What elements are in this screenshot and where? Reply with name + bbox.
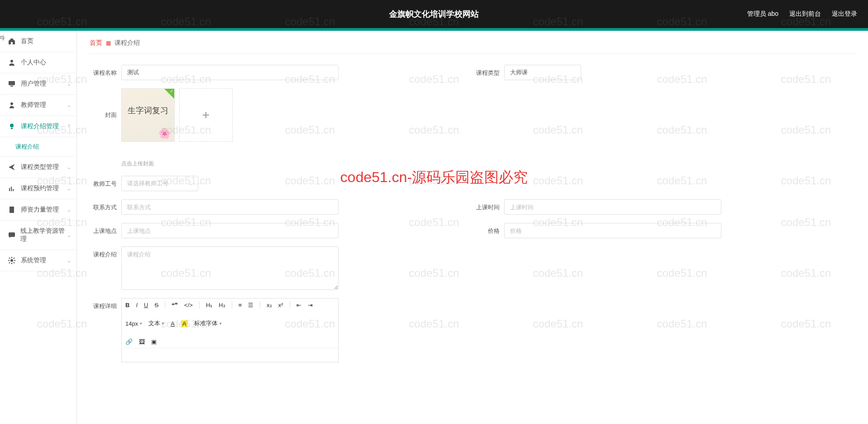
sidebar-label: 教师管理 [21, 101, 46, 109]
sidebar-sub-course-intro[interactable]: 课程介绍 [0, 137, 76, 157]
exit-to-front-link[interactable]: 退出到前台 [789, 10, 821, 18]
person-icon [8, 101, 16, 109]
chevron-down-icon: ⌄ [67, 186, 71, 192]
select-placeholder: 请选择教师工号 [127, 179, 189, 188]
sidebar-item-home[interactable]: 首页 [0, 31, 76, 52]
chat-icon [8, 231, 16, 239]
sidebar-item-profile[interactable]: 个人中心 [0, 52, 76, 73]
course-type-input[interactable] [504, 65, 581, 80]
class-place-input[interactable] [121, 223, 339, 238]
separator [232, 301, 232, 308]
sidebar-label: 个人中心 [21, 58, 46, 67]
strikethrough-button[interactable]: S [154, 302, 158, 308]
flower-decoration: 🌸 [158, 128, 171, 140]
sidebar-label: 首页 [21, 37, 33, 45]
separator [290, 301, 290, 308]
chevron-up-icon: ⌃ [67, 124, 71, 130]
user-icon [8, 59, 16, 66]
chevron-down-icon: ▾ [219, 321, 222, 326]
svg-point-4 [10, 124, 14, 127]
underline-button[interactable]: U [144, 302, 148, 308]
sidebar-item-course-intro-mgmt[interactable]: 课程介绍管理 ⌃ [0, 116, 76, 137]
outdent-button[interactable]: ⇤ [296, 302, 301, 308]
label-course-intro: 课程介绍 [90, 246, 117, 259]
sidebar-item-system-mgmt[interactable]: 系统管理 ⌄ [0, 250, 76, 271]
gear-icon [8, 257, 16, 264]
rich-text-editor: B I U S ❝❞ </> H₁ H₂ ≡ ☰ x₂ [121, 298, 339, 362]
video-button[interactable]: ▣ [151, 338, 157, 345]
separator [199, 301, 200, 308]
svg-rect-7 [11, 187, 12, 191]
admin-label[interactable]: 管理员 abo [747, 10, 778, 18]
cover-thumbnail[interactable]: ✓ 生字词复习 🌸 [121, 88, 175, 142]
subscript-button[interactable]: x₂ [267, 302, 272, 308]
label-teacher-id: 教师工号 [90, 176, 117, 188]
h1-button[interactable]: H₁ [206, 302, 212, 308]
chevron-down-icon: ⌄ [67, 232, 71, 238]
class-time-input[interactable] [504, 199, 721, 215]
price-input[interactable] [504, 223, 721, 238]
svg-rect-8 [13, 189, 14, 191]
sidebar-label: 用户管理 [21, 80, 46, 88]
course-name-input[interactable] [121, 65, 339, 80]
sidebar-label: 课程介绍管理 [21, 122, 59, 130]
site-title: 金旗帜文化培训学校网站 [389, 9, 479, 19]
thumb-text: 生字词复习 [128, 105, 168, 116]
logout-link[interactable]: 退出登录 [832, 10, 857, 18]
quote-button[interactable]: ❝❞ [172, 302, 178, 308]
label-course-name: 课程名称 [90, 65, 117, 77]
svg-rect-9 [10, 207, 14, 213]
course-intro-textarea[interactable] [121, 246, 339, 290]
bold-button[interactable]: B [125, 302, 129, 308]
label-class-place: 上课地点 [90, 223, 117, 235]
svg-point-3 [10, 102, 13, 105]
sidebar-label: 课程预约管理 [21, 184, 59, 193]
superscript-button[interactable]: x² [278, 302, 283, 308]
chevron-down-icon: ⌄ [189, 181, 192, 186]
h2-button[interactable]: H₂ [219, 302, 225, 308]
monitor-icon [8, 80, 16, 87]
chevron-down-icon: ⌄ [67, 164, 71, 170]
sidebar-label: 课程类型管理 [21, 163, 59, 171]
ordered-list-button[interactable]: ≡ [238, 302, 242, 308]
sidebar-item-course-type-mgmt[interactable]: 课程类型管理 ⌄ [0, 157, 76, 178]
font-color-button[interactable]: A [171, 320, 175, 327]
cover-hint: 点击上传封面 [121, 160, 233, 168]
font-size-dropdown[interactable]: 14px ▾ [125, 320, 142, 327]
sidebar-item-teacher-mgmt[interactable]: 教师管理 ⌄ [0, 95, 76, 116]
sidebar-label: 线上教学资源管理 [20, 227, 68, 243]
breadcrumb-home[interactable]: 首页 [90, 39, 102, 47]
indent-button[interactable]: ⇥ [308, 302, 313, 308]
sidebar-item-online-resource-mgmt[interactable]: 线上教学资源管理 ⌄ [0, 221, 76, 250]
sidebar-item-faculty-mgmt[interactable]: 师资力量管理 ⌄ [0, 199, 76, 221]
link-button[interactable]: 🔗 [125, 338, 133, 345]
svg-rect-10 [9, 232, 15, 237]
add-cover-button[interactable]: + [179, 88, 233, 142]
home-icon [8, 38, 16, 45]
svg-point-0 [10, 60, 13, 63]
grid-icon: ▦ [106, 40, 111, 46]
editor-content[interactable] [122, 348, 338, 362]
text-dropdown[interactable]: 文本 ▾ [148, 319, 164, 328]
svg-rect-2 [10, 86, 13, 87]
teacher-id-select[interactable]: 请选择教师工号 ⌄ [121, 176, 198, 191]
font-family-dropdown[interactable]: 标准字体 ▾ [194, 319, 222, 328]
bg-color-button[interactable]: A [181, 320, 188, 327]
plus-icon: + [202, 108, 210, 122]
chevron-down-icon: ⌄ [67, 102, 71, 108]
sidebar-nav: 首页 个人中心 用户管理 ⌄ 教师管理 ⌄ 课程介绍管理 [0, 31, 77, 424]
chevron-down-icon: ⌄ [67, 207, 71, 213]
image-button[interactable]: 🖼 [139, 338, 145, 345]
svg-point-11 [10, 259, 13, 262]
send-icon [8, 164, 16, 171]
main-content: 首页 ▦ 课程介绍 课程名称 课程类型 封面 ✓ [77, 31, 868, 424]
chevron-down-icon: ⌄ [67, 258, 71, 264]
chevron-down-icon: ▾ [162, 321, 164, 326]
italic-button[interactable]: I [136, 302, 138, 308]
contact-input[interactable] [121, 199, 339, 215]
unordered-list-button[interactable]: ☰ [248, 302, 253, 308]
sidebar-item-user-mgmt[interactable]: 用户管理 ⌄ [0, 73, 76, 95]
sidebar-item-course-reserve-mgmt[interactable]: 课程预约管理 ⌄ [0, 178, 76, 199]
check-icon: ✓ [170, 89, 173, 94]
code-button[interactable]: </> [184, 302, 193, 308]
